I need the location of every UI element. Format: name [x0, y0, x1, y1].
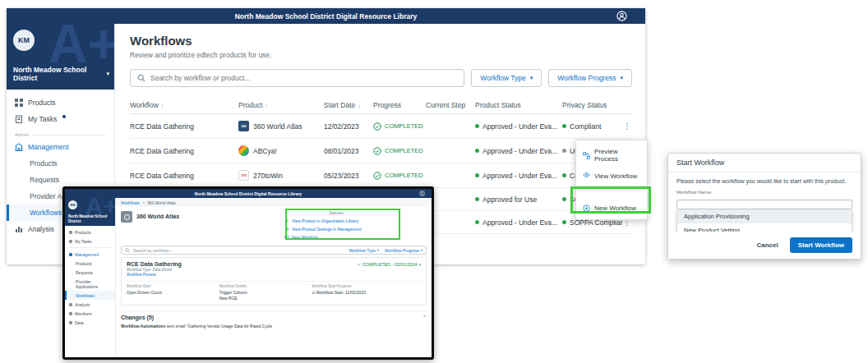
sidebar-item-label: Management	[28, 143, 69, 151]
start-date-cell: 12/02/2023	[324, 122, 373, 131]
dropdown-option-application-provisioning[interactable]: Application Provisioning	[677, 209, 852, 223]
chevron-down-icon: ▾	[620, 75, 623, 81]
workflow-progress-filter-label: Workflow Progress	[557, 74, 616, 82]
modal-body: Please select the workflow you would lik…	[668, 172, 861, 238]
column-header-privacy-status[interactable]: Privacy Status	[562, 101, 622, 109]
menu-item-view-workflow[interactable]: View Workflow	[576, 168, 647, 185]
sidebar-item-requests[interactable]: Requests	[7, 172, 114, 188]
sort-icon: ↑	[161, 103, 164, 108]
chart-icon	[15, 225, 23, 233]
workflow-step-progress-column: Workflow Step Progress ⊙ Workflow Start:…	[312, 284, 421, 301]
menu-item-preview-process[interactable]: Preview Process	[576, 143, 647, 168]
sidebar-item-data[interactable]: Data	[65, 318, 115, 327]
sidebar-org-header: A+ KM North Meadow School District ▾	[7, 24, 114, 90]
status-dot	[562, 197, 566, 201]
workflow-name-label: Workflow Name	[676, 190, 852, 195]
org-selector[interactable]: North Meadow School District ▾	[13, 66, 109, 83]
org-avatar[interactable]: KM	[68, 200, 77, 209]
table-row[interactable]: RCE Data Gathering 270 270toWin 05/23/20…	[130, 163, 632, 188]
sidebar-section-label: Admin	[15, 132, 29, 137]
column-header-product[interactable]: Product↑	[238, 101, 324, 109]
column-header-product-status[interactable]: Product Status	[475, 101, 562, 109]
product-name: ABCya!	[253, 147, 277, 155]
workflow-type-filter[interactable]: Workflow Type ▾	[471, 69, 542, 87]
breadcrumb-workflows-link[interactable]: Workflows	[121, 200, 140, 205]
start-date-cell: 05/23/2023	[324, 172, 373, 180]
workflow-cell: RCE Data Gathering	[130, 122, 238, 131]
changes-header[interactable]: Changes (5) ⌃	[121, 315, 427, 320]
app-header-title: North Meadow School District Digital Res…	[195, 191, 302, 196]
column-header-progress[interactable]: Progress	[373, 101, 426, 109]
column-header-current-step[interactable]: Current Step	[426, 101, 475, 109]
sidebar-item-label: Products	[28, 99, 56, 107]
page-title: Workflows	[130, 34, 632, 48]
product-cell: 360 360 World Atlas	[238, 121, 324, 131]
workflow-detail-columns: Workflow Start Open Driven Count Workflo…	[127, 281, 421, 301]
sidebar-item-my-tasks[interactable]: My Tasks	[65, 237, 115, 246]
sidebar-item-management[interactable]: Management	[7, 139, 114, 155]
org-avatar[interactable]: KM	[13, 30, 35, 51]
row-actions-button[interactable]: ⋮	[622, 122, 632, 131]
product-detail-window: North Meadow School District Digital Res…	[62, 186, 434, 360]
check-circle-icon	[373, 172, 381, 180]
page-subtitle: Review and prioritize edtech products fo…	[130, 51, 632, 59]
workflow-progress-filter[interactable]: Workflow Progress▾	[385, 248, 422, 253]
sidebar-item-management-products[interactable]: Products	[7, 155, 114, 172]
sidebar-item-members[interactable]: Members	[65, 309, 115, 318]
sidebar-item-products[interactable]: Products	[7, 94, 114, 111]
chevron-down-icon: ▾	[106, 71, 109, 77]
column-header-workflow[interactable]: Workflow↑	[130, 101, 238, 109]
chevron-down-icon: ▾	[530, 75, 533, 81]
product-status-cell: Approved for Use	[475, 195, 562, 204]
workflow-start-value: ⊙ Workflow Start: 12/02/2023	[312, 290, 421, 296]
product-cell: ABCya!	[238, 145, 324, 156]
start-workflow-button[interactable]: Start Workflow	[790, 237, 852, 253]
progress-cell: COMPLETED	[373, 172, 426, 180]
sidebar-section-admin: Admin	[15, 132, 106, 137]
cancel-button[interactable]: Cancel	[756, 241, 778, 249]
sidebar-item-workflows[interactable]: Workflows	[65, 291, 115, 300]
status-dot	[475, 173, 479, 177]
sidebar-item-analysis[interactable]: Analysis	[65, 300, 115, 309]
status-dot	[475, 124, 479, 128]
table-row[interactable]: RCE Data Gathering ABCya! 08/01/2023 COM…	[130, 139, 632, 163]
workflow-name-input[interactable]	[676, 200, 852, 209]
check-icon: ✓	[357, 262, 361, 267]
product-title: 360 World Atlas	[136, 214, 179, 219]
sidebar-item-products[interactable]: Products	[65, 227, 115, 237]
menu-item-label: View Workflow	[594, 172, 637, 180]
user-account-icon[interactable]	[419, 191, 425, 196]
sidebar-item-label: My Tasks	[28, 115, 57, 123]
product-logo	[238, 145, 249, 156]
check-circle-icon	[373, 147, 381, 155]
workflow-preview-link[interactable]: Workflow Preview	[127, 273, 421, 277]
people-icon	[69, 312, 72, 315]
sidebar-item-management-products[interactable]: Products	[65, 259, 115, 268]
breadcrumb-current: 360 World Atlas	[147, 200, 176, 205]
sidebar-item-management[interactable]: Management	[65, 250, 115, 259]
table-row[interactable]: RCE Data Gathering 360 360 World Atlas 1…	[130, 114, 632, 139]
sidebar-item-my-tasks[interactable]: My Tasks	[7, 111, 114, 127]
globe-icon	[124, 214, 130, 220]
chevron-down-icon: ▾	[377, 248, 379, 252]
org-name[interactable]: North Meadow School District	[68, 214, 113, 223]
database-icon	[69, 321, 72, 324]
sidebar: A+ KM North Meadow School District Produ…	[65, 198, 116, 357]
sidebar-menu: Products My Tasks Management Products Re…	[65, 226, 115, 327]
sidebar-item-requests[interactable]: Requests	[65, 268, 115, 277]
search-box[interactable]: Search by workflow... Workflow Type▾ Wor…	[121, 246, 427, 255]
sidebar-item-provider-applications[interactable]: Provider Applications	[65, 277, 115, 291]
column-header-start-date[interactable]: Start Date↓	[324, 101, 373, 109]
workflow-status-badge[interactable]: ✓ COMPLETED - 02/01/2024 ▾	[357, 262, 421, 267]
user-account-icon[interactable]	[616, 11, 627, 21]
sort-icon: ↓	[358, 103, 361, 108]
workflow-progress-filter[interactable]: Workflow Progress ▾	[548, 69, 632, 87]
modal-title: Start Workflow	[668, 154, 861, 172]
grid-icon	[15, 99, 23, 107]
tasks-icon	[15, 115, 23, 123]
workflow-type-filter[interactable]: Workflow Type▾	[349, 248, 379, 253]
search-input[interactable]	[150, 74, 457, 82]
product-name: 360 World Atlas	[253, 122, 302, 131]
annotation-highlight-new-workflow	[570, 186, 651, 214]
building-icon	[15, 143, 23, 151]
